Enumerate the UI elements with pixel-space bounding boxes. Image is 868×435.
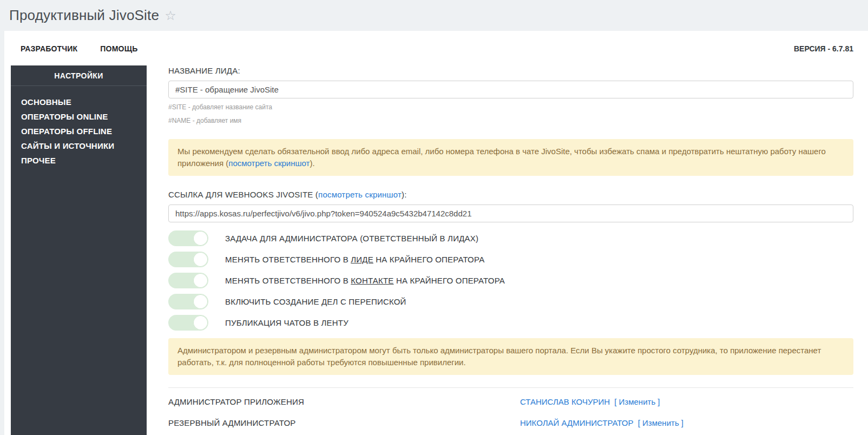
toggle-knob <box>193 273 208 288</box>
lead-name-hint-name: #NAME - добавляет имя <box>168 116 853 126</box>
app-admin-value: СТАНИСЛАВ КОЧУРИН [ Изменить ] <box>520 397 662 406</box>
webhook-label-text-after: ): <box>402 190 407 199</box>
lead-name-input[interactable] <box>168 81 853 98</box>
email-warning-text-after: ). <box>310 159 314 168</box>
create-activities-toggle-label: ВКЛЮЧИТЬ СОЗДАНИЕ ДЕЛ С ПЕРЕПИСКОЙ <box>225 297 406 306</box>
admin-task-toggle-label: ЗАДАЧА ДЛЯ АДМИНИСТРАТОРА (ОТВЕТСТВЕННЫЙ… <box>225 234 478 243</box>
favorite-star-icon[interactable]: ☆ <box>165 9 176 22</box>
webhook-label-text: ССЫЛКА ДЛЯ WEBHOOKS JIVOSITE ( <box>168 190 318 199</box>
sidebar-item-operators-offline[interactable]: ОПЕРАТОРЫ OFFLINE <box>21 124 141 139</box>
version-label: ВЕРСИЯ - 6.7.81 <box>794 44 853 53</box>
nav-item-developer[interactable]: РАЗРАБОТЧИК <box>21 44 77 53</box>
backup-admin-label: РЕЗЕРВНЫЙ АДМИНИСТРАТОР <box>168 418 520 427</box>
toggle-knob <box>193 315 208 330</box>
toggle-row-contact-responsible: МЕНЯТЬ ОТВЕТСТВЕННОГО В КОНТАКТЕ НА КРАЙ… <box>168 273 853 288</box>
sidebar-item-operators-online[interactable]: ОПЕРАТОРЫ ONLINE <box>21 109 141 124</box>
webhook-screenshot-link[interactable]: посмотреть скриншот <box>318 190 402 199</box>
nav-item-help[interactable]: ПОМОЩЬ <box>100 44 137 53</box>
settings-content: НАЗВАНИЕ ЛИДА: #SITE - добавляет названи… <box>147 65 868 435</box>
app-admin-change-link[interactable]: [ Изменить ] <box>614 397 660 406</box>
sidebar-item-main[interactable]: ОСНОВНЫЕ <box>21 95 141 109</box>
app-card: РАЗРАБОТЧИК ПОМОЩЬ ВЕРСИЯ - 6.7.81 НАСТР… <box>4 31 868 435</box>
app-admin-name-link[interactable]: СТАНИСЛАВ КОЧУРИН <box>520 397 610 406</box>
toggle-row-admin-task: ЗАДАЧА ДЛЯ АДМИНИСТРАТОРА (ОТВЕТСТВЕННЫЙ… <box>168 230 853 246</box>
contact-responsible-toggle[interactable] <box>168 273 208 288</box>
lead-name-label: НАЗВАНИЕ ЛИДА: <box>168 66 853 75</box>
toggle-knob <box>193 294 208 309</box>
lead-responsible-toggle-label: МЕНЯТЬ ОТВЕТСТВЕННОГО В ЛИДЕ НА КРАЙНЕГО… <box>225 255 484 264</box>
sidebar-item-sites-sources[interactable]: САЙТЫ И ИСТОЧНИКИ <box>21 139 141 153</box>
admin-task-toggle[interactable] <box>168 230 208 246</box>
toggle-knob <box>193 231 208 246</box>
lead-name-hint-site: #SITE - добавляет название сайта <box>168 103 853 112</box>
page-title: Продуктивный JivoSite <box>9 7 159 24</box>
top-nav: РАЗРАБОТЧИК ПОМОЩЬ ВЕРСИЯ - 6.7.81 <box>4 31 868 53</box>
backup-admin-value: НИКОЛАЙ АДМИНИСТРАТОР [ Изменить ] <box>520 418 686 427</box>
webhook-url-input[interactable] <box>168 205 853 222</box>
settings-sidebar: НАСТРОЙКИ ОСНОВНЫЕ ОПЕРАТОРЫ ONLINE ОПЕР… <box>11 65 147 435</box>
backup-admin-name-link[interactable]: НИКОЛАЙ АДМИНИСТРАТОР <box>520 418 634 427</box>
toggle-row-publish-chats: ПУБЛИКАЦИЯ ЧАТОВ В ЛЕНТУ <box>168 315 853 331</box>
email-warning-screenshot-link[interactable]: посмотреть скриншот <box>228 159 310 168</box>
backup-admin-change-link[interactable]: [ Изменить ] <box>638 418 683 427</box>
contact-responsible-toggle-label: МЕНЯТЬ ОТВЕТСТВЕННОГО В КОНТАКТЕ НА КРАЙ… <box>225 276 505 285</box>
create-activities-toggle[interactable] <box>168 294 208 309</box>
email-warning-banner: Мы рекомендуем сделать обязательной ввод… <box>168 139 853 176</box>
webhook-label: ССЫЛКА ДЛЯ WEBHOOKS JIVOSITE (посмотреть… <box>168 190 853 199</box>
admin-rows: АДМИНИСТРАТОР ПРИЛОЖЕНИЯ СТАНИСЛАВ КОЧУР… <box>168 388 853 435</box>
toggle-row-create-activities: ВКЛЮЧИТЬ СОЗДАНИЕ ДЕЛ С ПЕРЕПИСКОЙ <box>168 294 853 309</box>
toggle-row-lead-responsible: МЕНЯТЬ ОТВЕТСТВЕННОГО В ЛИДЕ НА КРАЙНЕГО… <box>168 252 853 267</box>
toggle-knob <box>193 252 208 267</box>
admin-warning-banner: Администратором и резервным администрато… <box>168 338 853 375</box>
publish-chats-toggle-label: ПУБЛИКАЦИЯ ЧАТОВ В ЛЕНТУ <box>225 318 348 327</box>
backup-admin-row: РЕЗЕРВНЫЙ АДМИНИСТРАТОР НИКОЛАЙ АДМИНИСТ… <box>168 412 853 433</box>
publish-chats-toggle[interactable] <box>168 315 208 331</box>
toggle-list: ЗАДАЧА ДЛЯ АДМИНИСТРАТОРА (ОТВЕТСТВЕННЫЙ… <box>168 230 853 331</box>
app-admin-row: АДМИНИСТРАТОР ПРИЛОЖЕНИЯ СТАНИСЛАВ КОЧУР… <box>168 391 853 412</box>
window-title-bar: Продуктивный JivoSite ☆ <box>0 0 868 31</box>
lead-responsible-toggle[interactable] <box>168 252 208 267</box>
sidebar-header: НАСТРОЙКИ <box>11 65 147 86</box>
app-admin-label: АДМИНИСТРАТОР ПРИЛОЖЕНИЯ <box>168 397 520 406</box>
sidebar-item-other[interactable]: ПРОЧЕЕ <box>21 153 141 168</box>
